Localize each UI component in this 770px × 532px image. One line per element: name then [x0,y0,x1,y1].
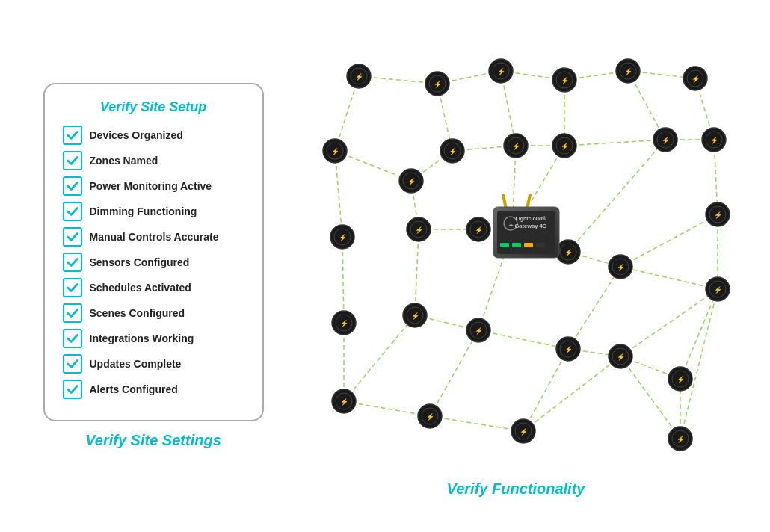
checklist-item-label: Power Monitoring Active [90,180,212,192]
svg-text:⚡: ⚡ [624,67,633,76]
svg-text:⚡: ⚡ [561,76,570,85]
checklist-item: Dimming Functioning [63,202,244,221]
checklist-item: Devices Organized [63,126,244,145]
svg-rect-151 [536,243,545,247]
checkbox-icon [63,151,82,170]
checkbox-icon [63,278,82,297]
checklist-item-label: Integrations Working [90,332,194,344]
svg-text:⚡: ⚡ [407,177,416,186]
main-container: Verify Site Setup Devices Organized Zone… [0,0,770,532]
svg-line-18 [335,151,342,237]
right-section-label: Verify Functionality [447,480,585,498]
svg-text:⚡: ⚡ [331,147,340,156]
checkbox-icon [63,227,82,247]
svg-line-25 [568,140,665,252]
svg-line-49 [680,289,718,439]
checklist-item: Alerts Configured [63,380,244,399]
svg-text:⚡: ⚡ [677,435,686,444]
svg-line-45 [523,349,568,431]
svg-text:⚡: ⚡ [411,312,420,321]
svg-line-44 [430,416,523,431]
checklist-item-label: Devices Organized [90,129,183,141]
checklist-item-label: Zones Named [90,155,158,167]
checklist-item: Power Monitoring Active [63,176,244,196]
svg-text:⚡: ⚡ [340,398,349,406]
checkbox-icon [63,126,82,145]
svg-text:⚡: ⚡ [617,353,626,362]
svg-line-43 [430,330,478,416]
checkbox-icon [63,176,82,196]
svg-text:⚡: ⚡ [355,72,364,81]
checkbox-icon [63,253,82,272]
right-panel: ⚡ ⚡ ⚡ ⚡ ⚡ ⚡ [299,15,733,517]
svg-text:⚡: ⚡ [434,80,443,89]
svg-text:⚡: ⚡ [426,412,435,421]
checklist-item-label: Updates Complete [90,358,182,370]
svg-text:⚡: ⚡ [714,211,723,220]
svg-text:⚡: ⚡ [512,142,521,151]
svg-text:⚡: ⚡ [497,67,506,76]
svg-line-46 [523,356,620,431]
svg-line-42 [344,401,430,416]
svg-text:⚡: ⚡ [340,319,349,328]
svg-line-27 [620,214,718,267]
checkbox-icon [63,303,82,323]
svg-text:Lightcloud®: Lightcloud® [516,216,547,222]
svg-text:⚡: ⚡ [692,75,700,84]
left-panel: Verify Site Setup Devices Organized Zone… [37,15,269,517]
svg-text:⚡: ⚡ [339,233,348,242]
checklist-item: Updates Complete [63,354,244,374]
svg-line-47 [620,356,680,439]
svg-line-31 [415,229,419,315]
svg-text:⚡: ⚡ [475,226,484,235]
checklist-item-label: Manual Controls Accurate [90,231,219,243]
svg-text:⚡: ⚡ [617,263,626,272]
svg-text:Gateway 4G: Gateway 4G [515,223,547,229]
svg-line-34 [478,330,568,349]
svg-text:⚡: ⚡ [677,375,686,384]
checklist-item-label: Schedules Activated [90,282,191,294]
svg-line-30 [342,237,344,323]
checklist-item: Schedules Activated [63,278,244,297]
svg-text:☁: ☁ [508,221,514,228]
checklist-item: Scenes Configured [63,303,244,323]
svg-rect-148 [500,243,509,247]
checklist-item: Zones Named [63,151,244,170]
left-section-label: Verify Site Settings [85,432,221,449]
svg-text:⚡: ⚡ [710,136,719,145]
svg-text:⚡: ⚡ [415,226,424,235]
svg-text:⚡: ⚡ [520,427,529,436]
checkbox-icon [63,329,82,348]
svg-line-29 [620,267,718,289]
svg-text:⚡: ⚡ [564,248,573,257]
svg-text:⚡: ⚡ [662,136,671,145]
checklist-card-title: Verify Site Setup [63,99,244,115]
checkbox-icon [63,202,82,221]
svg-rect-150 [524,243,533,247]
svg-text:⚡: ⚡ [449,147,458,156]
svg-text:⚡: ⚡ [475,327,484,335]
checklist-item: Sensors Configured [63,253,244,272]
network-container: ⚡ ⚡ ⚡ ⚡ ⚡ ⚡ [299,35,733,476]
checklist-item: Integrations Working [63,329,244,348]
checklist-item-label: Scenes Configured [90,307,185,319]
checklist-item-label: Alerts Configured [90,383,178,395]
gateway-device: ☁ Lightcloud® Gateway 4G [493,193,559,257]
svg-text:⚡: ⚡ [714,285,723,294]
svg-text:⚡: ⚡ [564,345,573,354]
svg-line-15 [564,140,665,146]
checklist-item: Manual Controls Accurate [63,227,244,247]
svg-line-35 [568,267,620,349]
svg-text:⚡: ⚡ [561,142,570,151]
checklist-items: Devices Organized Zones Named Power Moni… [63,126,244,399]
svg-rect-149 [512,243,521,247]
checklist-item-label: Dimming Functioning [90,205,197,217]
checklist-card: Verify Site Setup Devices Organized Zone… [43,83,264,421]
checklist-item-label: Sensors Configured [90,256,190,268]
checkbox-icon [63,354,82,374]
checkbox-icon [63,380,82,399]
network-svg: ⚡ ⚡ ⚡ ⚡ ⚡ ⚡ [299,35,733,476]
